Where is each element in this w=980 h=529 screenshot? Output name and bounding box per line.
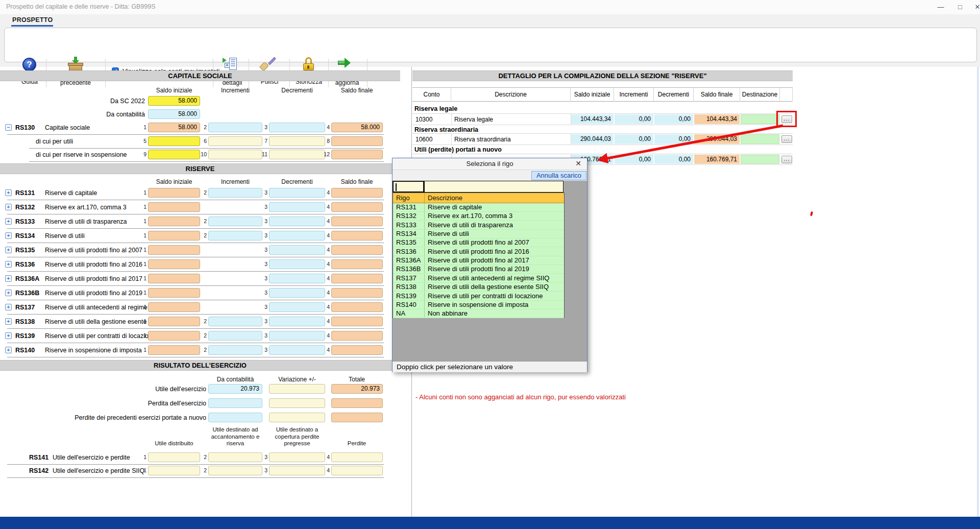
value-field[interactable]: [208, 331, 262, 341]
expand-plus-icon[interactable]: +: [5, 232, 12, 239]
value-field[interactable]: [269, 452, 325, 462]
value-field[interactable]: [269, 259, 325, 269]
expand-plus-icon[interactable]: +: [5, 304, 12, 310]
value-field[interactable]: 58.000: [148, 96, 200, 106]
rigo-list-item[interactable]: RS132Riserve ex art.170, comma 3: [393, 212, 564, 221]
value-field[interactable]: [208, 188, 262, 198]
value-field[interactable]: [269, 413, 325, 422]
value-field[interactable]: [331, 217, 383, 226]
destinazione-picker-button[interactable]: ...: [781, 156, 792, 163]
value-field[interactable]: 58.000: [148, 109, 200, 119]
search-rigo-input[interactable]: [393, 181, 424, 193]
value-field[interactable]: [148, 288, 200, 298]
maximize-icon[interactable]: □: [951, 0, 969, 14]
value-field[interactable]: [148, 274, 200, 283]
value-field[interactable]: [269, 331, 325, 341]
rigo-list-item[interactable]: NANon abbinare: [393, 309, 564, 318]
expand-plus-icon[interactable]: +: [5, 204, 12, 210]
expand-plus-icon[interactable]: +: [5, 247, 12, 253]
value-field[interactable]: [269, 384, 325, 394]
value-field[interactable]: [269, 217, 325, 226]
expand-plus-icon[interactable]: +: [5, 347, 12, 353]
value-field[interactable]: [331, 317, 383, 326]
cell-destinazione[interactable]: [741, 155, 779, 164]
value-field[interactable]: [269, 136, 325, 146]
close-icon[interactable]: ✕: [969, 0, 980, 14]
dialog-close-icon[interactable]: ✕: [574, 159, 583, 167]
value-field[interactable]: [269, 466, 325, 475]
value-field[interactable]: [331, 452, 383, 462]
value-field[interactable]: [208, 466, 262, 475]
rigo-list-item[interactable]: RS138Riserve di utili della gestione ese…: [393, 283, 564, 292]
rigo-list-item[interactable]: RS140Riserve in sospensione di imposta: [393, 301, 564, 309]
value-field[interactable]: [269, 202, 325, 212]
value-field[interactable]: [208, 452, 262, 462]
value-field[interactable]: [208, 231, 262, 241]
minimize-icon[interactable]: —: [932, 0, 949, 14]
value-field[interactable]: [269, 302, 325, 312]
value-field[interactable]: [148, 317, 200, 326]
value-field[interactable]: [269, 123, 325, 132]
value-field[interactable]: [208, 317, 262, 326]
value-field[interactable]: [148, 466, 200, 475]
value-field[interactable]: [269, 188, 325, 198]
value-field[interactable]: [148, 202, 200, 212]
value-field[interactable]: [331, 345, 383, 355]
value-field[interactable]: [208, 123, 262, 132]
value-field[interactable]: [331, 274, 383, 283]
rigo-list-item[interactable]: RS136Riserve di utili prodotti fino al 2…: [393, 248, 564, 256]
value-field[interactable]: [148, 231, 200, 241]
value-field[interactable]: [331, 413, 383, 422]
value-field[interactable]: 20.973: [208, 384, 262, 394]
value-field[interactable]: [148, 302, 200, 312]
value-field[interactable]: [331, 188, 383, 198]
rigo-list-item[interactable]: RS134Riserve di utili: [393, 230, 564, 238]
expand-plus-icon[interactable]: +: [5, 261, 12, 268]
search-descrizione-input[interactable]: [424, 181, 564, 193]
value-field[interactable]: [269, 231, 325, 241]
rigo-list-item[interactable]: RS131Riserve di capitale: [393, 203, 564, 212]
cell-destinazione[interactable]: [741, 134, 779, 144]
value-field[interactable]: [331, 150, 383, 159]
value-field[interactable]: [331, 466, 383, 475]
expand-plus-icon[interactable]: +: [5, 218, 12, 225]
value-field[interactable]: [269, 317, 325, 326]
value-field[interactable]: [148, 217, 200, 226]
value-field[interactable]: [269, 345, 325, 355]
tab-prospetto[interactable]: PROSPETTO: [12, 16, 53, 23]
value-field[interactable]: [269, 245, 325, 255]
value-field[interactable]: [208, 136, 262, 146]
value-field[interactable]: [148, 150, 200, 159]
annulla-scarico-button[interactable]: Annulla scarico: [531, 171, 586, 180]
expand-plus-icon[interactable]: +: [5, 189, 12, 196]
value-field[interactable]: [148, 259, 200, 269]
expand-plus-icon[interactable]: +: [5, 332, 12, 339]
value-field[interactable]: [269, 288, 325, 298]
value-field[interactable]: [269, 150, 325, 159]
value-field[interactable]: [331, 331, 383, 341]
value-field[interactable]: [148, 331, 200, 341]
value-field[interactable]: [331, 245, 383, 255]
value-field[interactable]: [331, 231, 383, 241]
value-field[interactable]: [148, 188, 200, 198]
rigo-list-item[interactable]: RS136BRiserve di utili prodotti fino al …: [393, 265, 564, 274]
value-field[interactable]: [208, 217, 262, 226]
value-field[interactable]: [148, 452, 200, 462]
value-field[interactable]: [208, 150, 262, 159]
rigo-list-item[interactable]: RS137Riserve di utili antecedenti al reg…: [393, 274, 564, 283]
value-field[interactable]: [148, 245, 200, 255]
expand-plus-icon[interactable]: +: [5, 275, 12, 282]
value-field[interactable]: 58.000: [331, 123, 383, 132]
value-field[interactable]: [208, 345, 262, 355]
value-field[interactable]: [331, 202, 383, 212]
cell-destinazione[interactable]: [741, 114, 779, 124]
value-field[interactable]: [269, 274, 325, 283]
value-field[interactable]: [331, 259, 383, 269]
value-field[interactable]: [148, 345, 200, 355]
expand-plus-icon[interactable]: +: [5, 290, 12, 296]
rigo-list-item[interactable]: RS133Riserve di utili di trasparenza: [393, 221, 564, 230]
value-field[interactable]: 58.000: [148, 123, 200, 132]
value-field[interactable]: [331, 398, 383, 408]
rigo-list-item[interactable]: RS136ARiserve di utili prodotti fino al …: [393, 256, 564, 265]
value-field[interactable]: [208, 398, 262, 408]
